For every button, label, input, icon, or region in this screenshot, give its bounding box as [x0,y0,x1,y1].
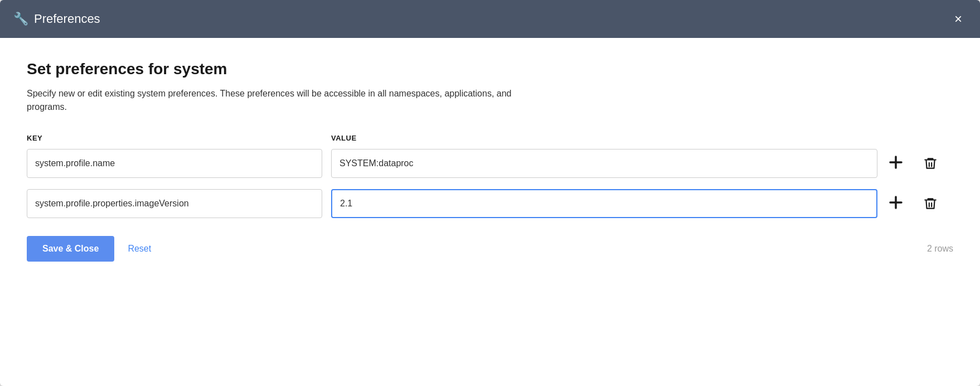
wrench-icon: 🔧 [13,12,28,26]
delete-row-1-button[interactable] [921,154,940,173]
reset-button[interactable]: Reset [128,244,151,254]
row-1-actions [886,153,953,174]
section-title: Set preferences for system [27,60,953,78]
row-2-actions [886,193,953,214]
table-row [27,149,953,178]
footer-left: Save & Close Reset [27,236,151,262]
trash-icon-2 [923,196,938,211]
section-description: Specify new or edit existing system pref… [27,87,528,114]
dialog-header: 🔧 Preferences × [0,0,980,38]
header-left: 🔧 Preferences [13,12,100,26]
key-input-2[interactable] [27,189,322,218]
close-button[interactable]: × [950,10,967,28]
form-area: KEY VALUE [27,134,953,262]
dialog-title: Preferences [34,12,100,26]
preferences-dialog: 🔧 Preferences × Set preferences for syst… [0,0,980,386]
column-headers: KEY VALUE [27,134,953,142]
row-container [27,149,953,218]
key-column-header: KEY [27,134,322,142]
dialog-body: Set preferences for system Specify new o… [0,38,980,386]
key-input-1[interactable] [27,149,322,178]
plus-icon-1 [889,155,903,172]
plus-icon-2 [889,195,903,212]
add-row-2-button[interactable] [886,193,905,214]
footer-row: Save & Close Reset 2 rows [27,236,953,262]
delete-row-2-button[interactable] [921,194,940,213]
rows-count: 2 rows [927,244,953,254]
table-row [27,189,953,218]
value-input-2[interactable] [331,189,877,218]
value-input-1[interactable] [331,149,877,178]
trash-icon-1 [923,156,938,171]
add-row-1-button[interactable] [886,153,905,174]
value-column-header: VALUE [331,134,877,142]
save-close-button[interactable]: Save & Close [27,236,114,262]
